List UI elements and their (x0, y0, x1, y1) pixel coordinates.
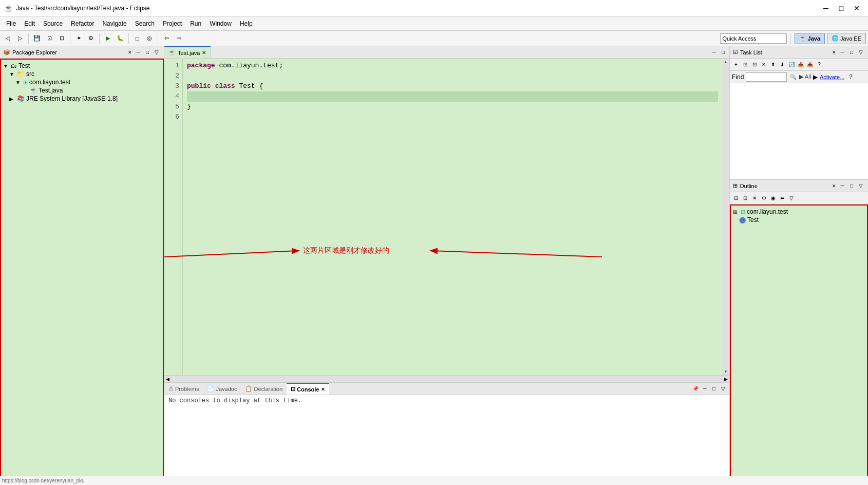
task-btn-6[interactable]: ⬇ (778, 61, 786, 69)
tree-item-testjava[interactable]: ▶ ☕ Test.java (1, 86, 163, 95)
horizontal-scrollbar[interactable]: ◀ ▶ (164, 375, 729, 382)
editor-maximize[interactable]: □ (719, 48, 727, 57)
task-list-menu[interactable]: ▽ (857, 48, 865, 57)
editor-minimize[interactable]: ─ (710, 48, 718, 57)
outline-menu[interactable]: ▽ (857, 182, 865, 190)
toolbar-save[interactable]: 💾 (31, 33, 43, 44)
console-buttons: 📌 ─ □ ▽ (691, 385, 729, 393)
console-tab-console[interactable]: ⊡ Console ✕ (287, 383, 329, 395)
menu-help[interactable]: Help (236, 18, 257, 29)
editor-tab-close-icon[interactable]: ✕ (202, 50, 206, 55)
task-btn-1[interactable]: + (732, 61, 740, 69)
editor-tab-testjava[interactable]: ☕ Test.java ✕ (164, 46, 211, 58)
task-list-min[interactable]: ─ (838, 48, 846, 57)
task-btn-8[interactable]: 📤 (797, 61, 805, 69)
toolbar-btn-9[interactable]: ⇦ (161, 33, 172, 44)
tree-icon-package: ⊞ (23, 79, 28, 86)
panel-minimize[interactable]: ─ (134, 48, 142, 57)
find-button[interactable]: 🔍 (789, 73, 797, 81)
toolbar-btn-2[interactable]: ▷ (14, 33, 26, 44)
package-explorer-close-icon: ✕ (128, 50, 132, 55)
toolbar-debug[interactable]: 🐛 (115, 33, 126, 44)
outline-btn-3[interactable]: ✕ (750, 194, 759, 202)
code-area[interactable]: package com.liayun.test; public class Te… (183, 59, 722, 375)
task-list-header: ☑ Task List ✕ ─ □ ▽ (730, 46, 868, 59)
scroll-down-arrow[interactable]: ▼ (723, 368, 729, 375)
quick-access-box[interactable]: Quick Access (720, 33, 787, 44)
menu-run[interactable]: Run (186, 18, 205, 29)
minimize-button[interactable]: ─ (819, 3, 833, 14)
panel-buttons: ─ □ ▽ (134, 48, 161, 57)
scroll-up-arrow[interactable]: ▲ (723, 59, 729, 65)
task-btn-10[interactable]: ? (815, 61, 823, 69)
console-view-menu[interactable]: ▽ (719, 385, 727, 393)
find-help[interactable]: ? (846, 73, 855, 81)
outline-max[interactable]: □ (847, 182, 856, 190)
menu-project[interactable]: Project (159, 18, 186, 29)
maximize-button[interactable]: □ (834, 3, 848, 14)
menu-window[interactable]: Window (205, 18, 236, 29)
scroll-left-arrow[interactable]: ◀ (164, 377, 171, 382)
outline-item-package[interactable]: ⊞ ⊞ com.liayun.test (731, 208, 867, 216)
console-tab-close[interactable]: ✕ (321, 387, 325, 392)
menu-file[interactable]: File (2, 18, 20, 29)
task-list-title: Task List (740, 49, 830, 55)
outline-btn-5[interactable]: ◉ (769, 194, 777, 202)
toolbar-btn-5[interactable]: ✦ (73, 33, 84, 44)
tree-item-package[interactable]: ▼ ⊞ com.liayun.test (1, 78, 163, 86)
activate-link[interactable]: Activate... (820, 74, 844, 80)
vertical-scrollbar[interactable]: ▲ ▼ (722, 59, 729, 375)
task-btn-9[interactable]: 📥 (806, 61, 814, 69)
toolbar-btn-1[interactable]: ◁ (2, 33, 13, 44)
left-panel: 📦 Package Explorer ✕ ─ □ ▽ ▼ 🗂 Test ▼ 📁 … (0, 46, 164, 485)
toolbar-run[interactable]: ▶ (102, 33, 114, 44)
outline-btn-1[interactable]: ⊡ (732, 194, 740, 202)
toolbar-btn-6[interactable]: ⚙ (85, 33, 97, 44)
outline-item-class[interactable]: ⬤ Test (731, 216, 867, 224)
task-toolbar: + ⊡ ⊡ ✕ ⬆ ⬇ 🔃 📤 📥 ? (730, 59, 868, 71)
all-button[interactable]: ▶ All (799, 73, 811, 80)
outline-min[interactable]: ─ (838, 182, 846, 190)
tree-item-jre[interactable]: ▶ 📚 JRE System Library [JavaSE-1.8] (1, 95, 163, 103)
menu-source[interactable]: Source (39, 18, 67, 29)
find-input[interactable] (746, 72, 787, 82)
console-tab-javadoc[interactable]: 📄 Javadoc (203, 383, 241, 395)
menu-search[interactable]: Search (131, 18, 159, 29)
panel-maximize[interactable]: □ (143, 48, 152, 57)
java-perspective-button[interactable]: ☕ Java (795, 33, 825, 44)
task-btn-2[interactable]: ⊡ (741, 61, 749, 69)
task-btn-5[interactable]: ⬆ (769, 61, 777, 69)
console-tab-problems[interactable]: ⚠ Problems (164, 383, 203, 395)
package-explorer-tree: ▼ 🗂 Test ▼ 📁 src ▼ ⊞ com.liayun.test ▶ ☕… (0, 59, 164, 485)
menu-refactor[interactable]: Refactor (67, 18, 98, 29)
tree-item-src[interactable]: ▼ 📁 src (1, 70, 163, 78)
console-tab-declaration[interactable]: 📋 Declaration (241, 383, 287, 395)
tree-label-package: com.liayun.test (29, 79, 70, 86)
menu-navigate[interactable]: Navigate (98, 18, 130, 29)
console-max[interactable]: □ (710, 385, 718, 393)
outline-btn-7[interactable]: ▽ (787, 194, 796, 202)
outline-header: ⊞ Outline ✕ ─ □ ▽ (730, 180, 868, 192)
toolbar-btn-8[interactable]: ◎ (144, 33, 155, 44)
toolbar-btn-7[interactable]: □ (131, 33, 143, 44)
console-min[interactable]: ─ (701, 385, 709, 393)
task-list-max[interactable]: □ (847, 48, 856, 57)
task-btn-3[interactable]: ⊡ (750, 61, 759, 69)
toolbar-btn-10[interactable]: ⇨ (173, 33, 184, 44)
scroll-right-arrow[interactable]: ▶ (723, 377, 729, 382)
panel-view-menu[interactable]: ▽ (153, 48, 161, 57)
outline-btn-2[interactable]: ⊡ (741, 194, 749, 202)
java-perspective-icon: ☕ (799, 35, 806, 42)
editor-content[interactable]: 1 2 3 4 5 6 package com.liayun.test; pub… (164, 59, 729, 375)
task-btn-4[interactable]: ✕ (760, 61, 768, 69)
toolbar-btn-3[interactable]: ⊡ (44, 33, 55, 44)
java-ee-perspective-button[interactable]: 🌐 Java EE (827, 33, 866, 44)
toolbar-btn-4[interactable]: ⊡ (56, 33, 67, 44)
task-btn-7[interactable]: 🔃 (787, 61, 796, 69)
tree-item-test[interactable]: ▼ 🗂 Test (1, 62, 163, 70)
menu-edit[interactable]: Edit (20, 18, 39, 29)
outline-btn-6[interactable]: ⬅ (778, 194, 786, 202)
outline-btn-4[interactable]: ⚙ (760, 194, 768, 202)
console-pin[interactable]: 📌 (691, 385, 700, 393)
close-button[interactable]: ✕ (850, 3, 864, 14)
